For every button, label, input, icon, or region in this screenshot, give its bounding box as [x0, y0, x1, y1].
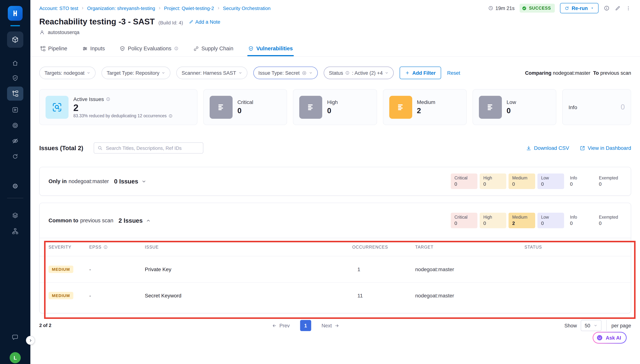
chip-medium: Medium0 [509, 174, 535, 189]
critical-count: 0 [238, 106, 253, 115]
app-window: L Account: STO test Organization: shreya… [0, 0, 640, 364]
info-icon[interactable] [345, 71, 350, 75]
dedup-subtext: 83.33% reduced by deduplicating 12 occur… [73, 114, 173, 118]
prev-page-button[interactable]: Prev [270, 322, 292, 329]
executions-icon[interactable] [7, 103, 23, 116]
search-icon [97, 146, 103, 150]
caret-down-icon [590, 6, 594, 10]
add-filter-button[interactable]: Add Filter [400, 66, 441, 79]
filter-issue-type[interactable]: Issue Type: Secret [253, 66, 318, 79]
user-avatar[interactable]: L [10, 352, 21, 363]
execution-tabs: Pipeline Inputs Policy Evaluations Suppl… [30, 42, 640, 56]
chevron-right-icon [158, 6, 161, 10]
issues-title: Issues (Total 2) [39, 144, 83, 152]
info-icon[interactable] [106, 97, 111, 101]
external-link-icon [579, 145, 585, 151]
info-count: 0 [621, 103, 625, 111]
tab-supply-chain[interactable]: Supply Chain [192, 42, 234, 56]
exemptions-eye-off-icon[interactable] [7, 134, 23, 148]
pipeline-icon [40, 46, 46, 51]
chevron-down-icon [385, 71, 389, 75]
page-size-select[interactable]: 50 [581, 320, 601, 331]
pipelines-icon[interactable] [7, 86, 23, 100]
chevron-up-icon[interactable] [146, 218, 151, 223]
chip-info: Info0 [566, 213, 593, 228]
filter-target-type[interactable]: Target Type: Repository [101, 66, 170, 79]
download-csv-link[interactable]: Download CSV [526, 145, 569, 151]
info-icon[interactable] [103, 245, 108, 249]
group-common-previous-scan: Common to previous scan 2 Issues Critica… [39, 203, 631, 313]
active-issues-card: Active Issues 2 83.33% reduced by dedupl… [39, 89, 197, 125]
issues-table-header: SEVERITY EPSS ISSUE OCCURRENCES TARGET S… [40, 238, 631, 256]
settings-gear-icon[interactable] [7, 180, 23, 193]
ask-ai-button[interactable]: Ask AI [593, 332, 627, 344]
issue-row-secret-keyword[interactable]: MEDIUM - Secret Keyword 11 nodegoat:mast… [40, 282, 631, 308]
more-options-icon[interactable] [625, 5, 631, 11]
page-1-button[interactable]: 1 [300, 320, 311, 331]
breadcrumb-account[interactable]: Account: STO test [39, 5, 78, 11]
scans-shield-icon[interactable] [7, 72, 23, 85]
harness-logo[interactable] [8, 6, 23, 21]
breadcrumb-module[interactable]: Security Orchestration [223, 5, 271, 11]
info-icon [174, 46, 178, 51]
home-icon[interactable] [7, 56, 23, 70]
module-switcher-icon[interactable] [7, 32, 23, 48]
reset-filters-link[interactable]: Reset [447, 70, 460, 76]
rerun-button[interactable]: Re-run [560, 3, 598, 13]
ai-avatar-icon [596, 334, 603, 341]
chip-high: High0 [480, 174, 506, 189]
medium-card: Medium 2 [383, 89, 467, 125]
issues-header: Issues (Total 2) Download CSV View in Da… [39, 142, 631, 154]
chevron-down-icon[interactable] [141, 179, 146, 184]
refresh-icon [564, 6, 569, 10]
filter-scanner[interactable]: Scanner: Harness SAST [176, 66, 247, 79]
group-header-common[interactable]: Common to previous scan 2 Issues Critica… [40, 203, 631, 238]
chat-help-icon[interactable] [7, 331, 23, 344]
tab-inputs[interactable]: Inputs [81, 42, 106, 56]
plus-icon [405, 71, 410, 75]
next-page-button[interactable]: Next [319, 322, 341, 329]
status-badge: SUCCESS [520, 4, 555, 12]
issue-row-private-key[interactable]: MEDIUM - Private Key 1 nodegoat:master [40, 256, 631, 282]
issues-table: SEVERITY EPSS ISSUE OCCURRENCES TARGET S… [40, 238, 631, 308]
issues-search-input[interactable] [94, 142, 203, 154]
low-count: 0 [507, 106, 516, 115]
chevron-down-icon [593, 324, 597, 328]
sidebar-expand-handle[interactable] [26, 336, 35, 345]
execution-info-icon[interactable] [604, 5, 610, 11]
severity-chips: Critical0 High0 Medium2 Low0 Info0 Exemp… [451, 213, 622, 228]
breadcrumb-organization[interactable]: Organization: shreyansh-testing [87, 5, 155, 11]
sidebar-divider [7, 198, 23, 198]
baselines-refresh-icon[interactable] [7, 150, 23, 163]
group-header-only-in[interactable]: Only in nodegoat:master 0 Issues Critica… [40, 167, 631, 195]
chevron-right-icon [81, 6, 85, 10]
supply-chain-icon [193, 46, 199, 51]
tab-vulnerabilities[interactable]: Vulnerabilities [247, 42, 294, 56]
info-icon[interactable] [168, 114, 173, 118]
severity-bars-icon [299, 96, 322, 118]
user-icon [39, 30, 45, 35]
filter-targets[interactable]: Targets: nodegoat [39, 66, 96, 79]
view-in-dashboard-link[interactable]: View in Dashboard [579, 145, 631, 151]
remove-filter-icon[interactable] [302, 70, 307, 75]
high-card: High 0 [293, 89, 377, 125]
page-title: Reachability testing -3 - SAST [39, 17, 155, 27]
chevron-down-icon [238, 71, 242, 75]
edit-pipeline-icon[interactable] [615, 5, 620, 11]
inputs-icon [82, 46, 88, 51]
breadcrumb-project[interactable]: Project: Qwiet-testing-2 [164, 5, 214, 11]
targets-icon[interactable] [7, 119, 23, 132]
policy-shield-icon [120, 46, 125, 51]
tab-pipeline[interactable]: Pipeline [39, 42, 68, 56]
breadcrumb: Account: STO test Organization: shreyans… [39, 5, 271, 11]
layers-icon[interactable] [7, 209, 23, 222]
tab-policy-evaluations[interactable]: Policy Evaluations [119, 42, 179, 56]
hierarchy-icon[interactable] [7, 224, 23, 238]
active-issues-count: 2 [73, 102, 173, 113]
chevron-down-icon [162, 71, 165, 75]
severity-bars-icon [210, 96, 233, 118]
filter-status[interactable]: Status : Active (2) +4 [324, 66, 394, 79]
show-label: Show [564, 323, 577, 328]
add-note-link[interactable]: Add a Note [189, 19, 220, 24]
summary-cards: Active Issues 2 83.33% reduced by dedupl… [39, 89, 631, 125]
